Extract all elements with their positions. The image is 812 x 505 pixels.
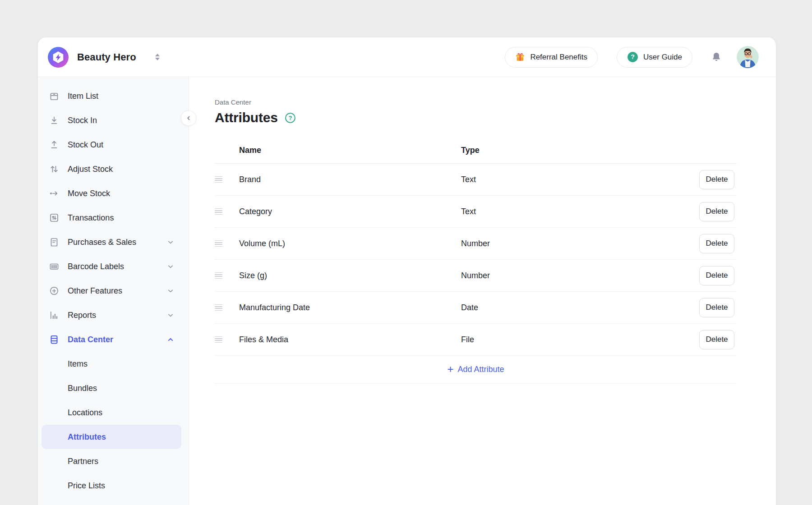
attribute-type: File (461, 335, 678, 344)
sidebar-item-label: Stock Out (68, 140, 103, 150)
sidebar-item-other-features[interactable]: Other Features (38, 279, 189, 303)
sidebar-item-transactions[interactable]: Transactions (38, 206, 189, 230)
arrows-up-down-icon (49, 164, 60, 174)
sidebar-subitem-label: Attributes (68, 432, 106, 442)
sidebar-collapse-button[interactable] (181, 110, 196, 126)
sidebar-item-purchases-sales[interactable]: Purchases & Sales (38, 230, 189, 254)
sidebar-item-reports[interactable]: Reports (38, 303, 189, 327)
chevron-down-icon (166, 286, 175, 295)
column-header-name: Name (239, 146, 461, 155)
table-row: Files & Media File Delete (215, 324, 737, 356)
table-row: Manufacturing Date Date Delete (215, 292, 737, 324)
delete-button[interactable]: Delete (699, 330, 734, 349)
plus-icon: + (447, 364, 453, 375)
attribute-type: Date (461, 303, 678, 312)
sidebar-item-label: Stock In (68, 116, 97, 125)
drag-handle-icon[interactable] (215, 304, 222, 311)
drag-handle-icon[interactable] (215, 176, 222, 183)
attribute-name: Size (g) (239, 271, 461, 280)
attribute-name: Volume (mL) (239, 239, 461, 248)
top-header: Beauty Hero Referral Benefits (38, 37, 776, 77)
sidebar-item-adjust-stock[interactable]: Adjust Stock (38, 157, 189, 181)
chevron-down-icon (166, 262, 175, 271)
workspace-title: Beauty Hero (77, 51, 136, 63)
sidebar-item-label: Purchases & Sales (68, 238, 136, 247)
workspace-switcher-icon[interactable] (155, 54, 160, 60)
main-content: Data Center Attributes ? Name Type (189, 77, 776, 505)
add-attribute-button[interactable]: + Add Attribute (215, 356, 737, 384)
notifications-bell-icon[interactable] (710, 51, 722, 63)
chevron-down-icon (166, 238, 175, 247)
chevron-up-icon (166, 335, 175, 344)
delete-button[interactable]: Delete (699, 234, 734, 253)
attribute-type: Text (461, 207, 678, 216)
sidebar-item-stock-out[interactable]: Stock Out (38, 133, 189, 157)
sidebar-subitem-label: Bundles (68, 384, 97, 393)
page-title: Attributes (215, 110, 278, 125)
attribute-name: Category (239, 207, 461, 216)
user-avatar[interactable] (737, 46, 759, 68)
sidebar-item-item-list[interactable]: Item List (38, 84, 189, 108)
sidebar-subitem-attributes[interactable]: Attributes (42, 425, 181, 449)
breadcrumb: Data Center (215, 98, 776, 106)
sidebar-subitem-price-lists[interactable]: Price Lists (38, 473, 189, 498)
sidebar-subitem-partners[interactable]: Partners (38, 449, 189, 473)
svg-text:?: ? (631, 53, 635, 60)
drag-handle-icon[interactable] (215, 336, 222, 343)
sidebar-subitem-label: Partners (68, 457, 98, 466)
sidebar-subitem-label: Price Lists (68, 481, 105, 491)
question-circle-icon: ? (627, 51, 638, 63)
sidebar-subitem-bundles[interactable]: Bundles (38, 376, 189, 400)
delete-button[interactable]: Delete (699, 170, 734, 189)
attribute-name: Brand (239, 175, 461, 184)
user-guide-label: User Guide (643, 53, 682, 62)
table-row: Volume (mL) Number Delete (215, 228, 737, 260)
sidebar-item-data-center[interactable]: Data Center (38, 327, 189, 352)
svg-text:?: ? (288, 115, 292, 121)
attribute-type: Text (461, 175, 678, 184)
sidebar-item-barcode-labels[interactable]: Barcode Labels (38, 254, 189, 279)
document-icon (49, 237, 60, 248)
sidebar-item-label: Other Features (68, 286, 122, 296)
drag-handle-icon[interactable] (215, 272, 222, 279)
plus-circle-icon (49, 285, 60, 296)
barcode-icon (49, 261, 60, 272)
sidebar-item-label: Data Center (68, 335, 113, 344)
delete-button[interactable]: Delete (699, 202, 734, 221)
arrow-up-from-line-icon (49, 139, 60, 150)
sidebar-item-move-stock[interactable]: Move Stock (38, 181, 189, 206)
user-guide-button[interactable]: ? User Guide (617, 47, 692, 68)
drag-handle-icon[interactable] (215, 240, 222, 247)
sidebar-item-label: Item List (68, 92, 98, 101)
sidebar-item-label: Barcode Labels (68, 262, 124, 271)
sidebar-subitem-locations[interactable]: Locations (38, 400, 189, 425)
sidebar-subitem-items[interactable]: Items (38, 352, 189, 376)
sidebar-item-label: Reports (68, 311, 96, 320)
attribute-type: Number (461, 271, 678, 280)
attribute-type: Number (461, 239, 678, 248)
arrow-down-to-line-icon (49, 115, 60, 126)
transactions-box-icon (49, 212, 60, 223)
sidebar-item-label: Transactions (68, 213, 114, 223)
header-actions: Referral Benefits ? User Guide (505, 46, 759, 68)
table-header-row: Name Type (215, 137, 737, 164)
sidebar-subitem-label: Items (68, 359, 88, 369)
table-row: Category Text Delete (215, 196, 737, 228)
table-row: Size (g) Number Delete (215, 260, 737, 292)
help-icon[interactable]: ? (285, 112, 296, 124)
delete-button[interactable]: Delete (699, 298, 734, 317)
package-icon (49, 91, 60, 101)
sidebar: Item List Stock In Stock Out Adjust Stoc… (38, 77, 189, 505)
drag-handle-icon[interactable] (215, 208, 222, 215)
sidebar-item-stock-in[interactable]: Stock In (38, 108, 189, 133)
attribute-name: Files & Media (239, 335, 461, 344)
database-icon (49, 334, 60, 345)
table-row: Brand Text Delete (215, 164, 737, 196)
column-header-type: Type (461, 146, 678, 155)
attributes-table: Name Type Brand Text Delete Category Tex… (215, 137, 737, 384)
bar-chart-icon (49, 310, 60, 321)
delete-button[interactable]: Delete (699, 266, 734, 285)
referral-benefits-label: Referral Benefits (530, 53, 587, 62)
gift-icon (515, 52, 525, 62)
referral-benefits-button[interactable]: Referral Benefits (505, 47, 598, 68)
